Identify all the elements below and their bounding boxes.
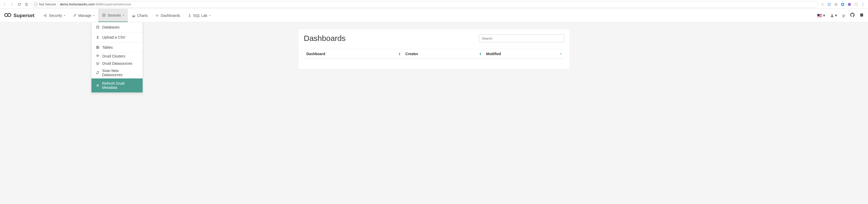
svg-rect-13: [96, 46, 99, 49]
dropdown-tables-label: Tables: [102, 45, 113, 49]
nav-manage-label: Manage: [78, 14, 91, 18]
dropdown-databases[interactable]: Databases: [91, 22, 143, 32]
reload-button[interactable]: [17, 2, 22, 7]
sources-dropdown: Databases Upload a CSV Tables Druid Clus…: [91, 22, 143, 69]
brand[interactable]: Superset: [4, 12, 34, 19]
browser-toolbar: i Not Secure | demo.hortonworks.com:9088…: [0, 0, 868, 9]
svg-point-4: [855, 3, 858, 6]
dropdown-upload-csv-label: Upload a CSV: [102, 35, 125, 40]
menu-icon[interactable]: ⋮: [861, 2, 865, 6]
column-dashboard[interactable]: Dashboard ▴▾: [304, 52, 403, 56]
nav-security-label: Security: [49, 14, 62, 18]
home-button[interactable]: [24, 2, 29, 7]
wrench-icon: [72, 14, 77, 17]
sort-icon: ▴▾: [480, 52, 481, 55]
flag-us-icon: [817, 14, 822, 17]
nav-dashboards[interactable]: Dashboards: [151, 9, 184, 22]
dropdown-upload-csv[interactable]: Upload a CSV: [91, 32, 143, 43]
table-header: Dashboard ▴▾ Creator ▴▾ Modified ▾: [304, 49, 564, 59]
address-bar[interactable]: i Not Secure | demo.hortonworks.com:9088…: [31, 1, 818, 8]
psi-icon[interactable]: ψ: [842, 13, 845, 18]
column-creator[interactable]: Creator ▴▾: [403, 52, 483, 56]
circle-icon-blue[interactable]: [841, 2, 845, 6]
back-button[interactable]: [2, 2, 7, 7]
dropdown-druid-datasources[interactable]: Druid Datasources: [91, 60, 143, 67]
app-navbar: Superset Security ▾ Manage ▾ Sources ▾: [0, 9, 868, 22]
extension-icon[interactable]: [834, 2, 838, 6]
nav-sqllab-label: SQL Lab: [193, 14, 208, 18]
chevron-down-icon: ▾: [64, 14, 65, 17]
lock-icon: [43, 14, 47, 17]
flask-icon: [188, 14, 192, 17]
sort-down-icon: ▾: [560, 53, 562, 55]
user-icon: [830, 14, 834, 17]
forward-button[interactable]: [9, 2, 14, 7]
column-modified[interactable]: Modified ▾: [484, 52, 564, 56]
chevron-down-icon: ▾: [823, 13, 825, 18]
nav-sources[interactable]: Sources ▾: [98, 9, 128, 22]
nav-charts-label: Charts: [137, 14, 148, 18]
svg-rect-0: [835, 3, 837, 6]
database-icon: [102, 14, 106, 17]
star-icon[interactable]: ☆: [820, 2, 825, 6]
column-dashboard-label: Dashboard: [306, 52, 325, 56]
dropdown-druid-datasources-label: Druid Datasources: [102, 61, 132, 66]
svg-point-2: [842, 4, 843, 5]
dashboard-icon: [155, 14, 159, 17]
upload-icon: [96, 35, 100, 39]
dropdown-scan-new-label: Scan New Datasources: [102, 69, 138, 69]
page-title: Dashboards: [304, 34, 346, 43]
nav-security[interactable]: Security ▾: [39, 9, 69, 22]
column-creator-label: Creator: [405, 52, 418, 56]
chevron-down-icon: ▾: [93, 14, 95, 17]
svg-point-11: [832, 14, 833, 16]
github-icon[interactable]: [850, 13, 855, 18]
nav-dashboards-label: Dashboards: [161, 14, 180, 18]
svg-line-9: [45, 16, 46, 16]
svg-point-3: [848, 3, 851, 6]
dropdown-druid-clusters-label: Druid Clusters: [102, 54, 125, 58]
column-modified-label: Modified: [486, 52, 501, 56]
brand-logo-icon: [4, 12, 11, 19]
book-icon[interactable]: [860, 13, 864, 18]
dropdown-databases-label: Databases: [102, 25, 120, 29]
svg-point-12: [96, 26, 99, 27]
svg-point-5: [44, 15, 45, 16]
nav-charts[interactable]: Charts: [128, 9, 151, 22]
svg-line-8: [45, 15, 46, 15]
chart-icon: [131, 14, 135, 17]
nav-manage[interactable]: Manage ▾: [69, 9, 98, 22]
dropdown-scan-new[interactable]: Scan New Datasources: [91, 67, 143, 69]
circle-icon-purple[interactable]: [847, 2, 851, 6]
cube-icon: [96, 61, 100, 65]
table-icon: [96, 46, 100, 49]
nav-sqllab[interactable]: SQL Lab ▾: [184, 9, 214, 22]
chevron-down-icon: ▾: [123, 14, 124, 17]
crop-icon[interactable]: [827, 2, 831, 6]
svg-point-10: [102, 14, 105, 15]
language-selector[interactable]: ▾: [817, 13, 825, 18]
main-content: Dashboards Dashboard ▴▾ Creator ▴▾ Modif…: [299, 29, 570, 69]
nav-sources-label: Sources: [107, 13, 121, 17]
chevron-down-icon: ▾: [209, 14, 211, 17]
not-secure-label: Not Secure: [39, 2, 56, 6]
url-port: :9088: [95, 2, 103, 6]
brand-label: Superset: [13, 13, 34, 18]
info-icon[interactable]: i: [34, 3, 37, 6]
chevron-down-icon: ▾: [835, 13, 837, 18]
dropdown-druid-clusters[interactable]: Druid Clusters: [91, 53, 143, 60]
search-input[interactable]: [479, 34, 564, 42]
circle-icon-grey[interactable]: [854, 2, 858, 6]
url-host: demo.hortonworks.com: [60, 2, 95, 6]
url-path: /superset/welcome: [103, 2, 131, 6]
dropdown-tables[interactable]: Tables: [91, 43, 143, 53]
database-icon: [96, 25, 100, 29]
sort-icon: ▴▾: [399, 52, 400, 55]
cubes-icon: [96, 54, 100, 58]
user-menu[interactable]: ▾: [830, 13, 837, 18]
